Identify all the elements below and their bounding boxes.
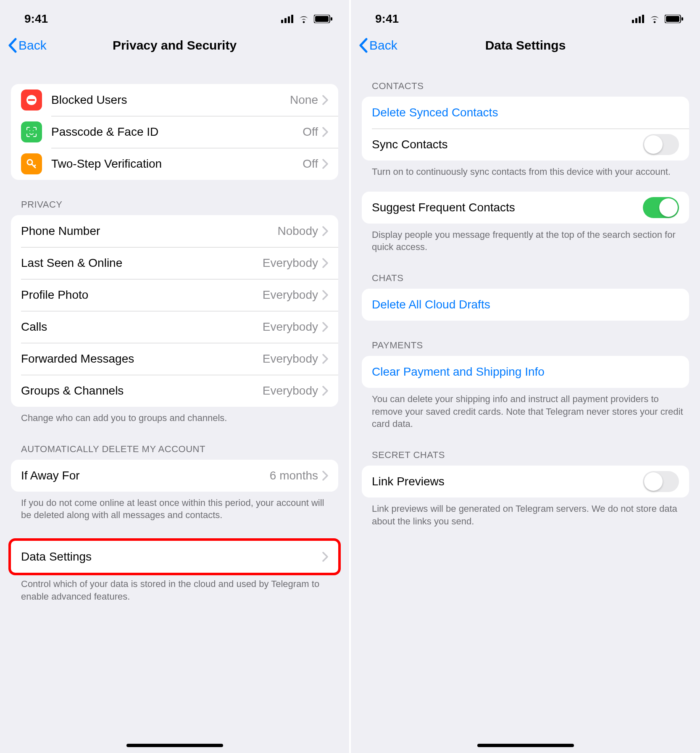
group-header: PRIVACY xyxy=(11,199,338,215)
row-delete-synced-contacts[interactable]: Delete Synced Contacts xyxy=(362,97,689,129)
row-data-settings[interactable]: Data Settings xyxy=(11,541,338,573)
chevron-right-icon xyxy=(322,127,328,137)
data-settings-group: Data Settings Control which of your data… xyxy=(0,541,349,603)
row-label: Forwarded Messages xyxy=(21,352,134,366)
cellular-icon xyxy=(632,15,645,23)
contacts-group: CONTACTS Delete Synced Contacts Sync Con… xyxy=(351,81,700,178)
svg-rect-8 xyxy=(28,99,35,101)
svg-rect-3 xyxy=(291,15,293,23)
back-button[interactable]: Back xyxy=(8,38,47,53)
chevron-right-icon xyxy=(322,354,328,364)
chevron-right-icon xyxy=(322,290,328,300)
row-label: Two-Step Verification xyxy=(51,157,162,171)
row-label: Delete Synced Contacts xyxy=(372,106,498,119)
group-header: SECRET CHATS xyxy=(362,450,689,466)
row-value: Everybody xyxy=(263,256,318,270)
suggest-toggle[interactable] xyxy=(643,197,679,218)
row-label: If Away For xyxy=(21,469,80,482)
back-button[interactable]: Back xyxy=(358,38,397,53)
sync-contacts-toggle[interactable] xyxy=(643,134,679,155)
row-delete-drafts[interactable]: Delete All Cloud Drafts xyxy=(362,289,689,321)
screen-privacy-security: 9:41 Back Privacy and Security xyxy=(0,0,350,753)
group-footer: Control which of your data is stored in … xyxy=(11,573,338,603)
row-value: None xyxy=(290,93,318,107)
row-sync-contacts[interactable]: Sync Contacts xyxy=(362,129,689,161)
privacy-group: PRIVACY Phone Number Nobody Last Seen & … xyxy=(0,199,349,424)
chevron-left-icon xyxy=(8,38,17,53)
page-title: Privacy and Security xyxy=(0,38,349,53)
group-footer: If you do not come online at least once … xyxy=(11,492,338,521)
cellular-icon xyxy=(281,15,294,23)
row-suggest-frequent[interactable]: Suggest Frequent Contacts xyxy=(362,192,689,224)
row-label: Link Previews xyxy=(372,475,445,488)
svg-rect-0 xyxy=(281,20,283,23)
row-passcode-faceid[interactable]: Passcode & Face ID Off xyxy=(11,116,338,148)
row-two-step[interactable]: Two-Step Verification Off xyxy=(11,148,338,180)
row-value: 6 months xyxy=(270,469,318,482)
battery-icon xyxy=(665,15,683,23)
row-forwarded-messages[interactable]: Forwarded Messages Everybody xyxy=(11,343,338,375)
status-icons xyxy=(281,15,332,23)
link-previews-toggle[interactable] xyxy=(643,471,679,492)
security-group: Blocked Users None Passcode & Face ID Of… xyxy=(0,84,349,180)
svg-rect-2 xyxy=(288,16,290,23)
status-time: 9:41 xyxy=(375,12,399,26)
home-indicator[interactable] xyxy=(477,744,574,747)
chevron-right-icon xyxy=(322,386,328,396)
secret-chats-group: SECRET CHATS Link Previews Link previews… xyxy=(351,450,700,527)
row-value: Everybody xyxy=(263,288,318,302)
group-footer: You can delete your shipping info and in… xyxy=(362,388,689,430)
row-phone-number[interactable]: Phone Number Nobody xyxy=(11,215,338,247)
row-value: Nobody xyxy=(277,224,318,238)
svg-rect-6 xyxy=(331,17,332,21)
back-label: Back xyxy=(369,38,397,53)
svg-rect-18 xyxy=(682,17,683,21)
svg-rect-12 xyxy=(632,20,634,23)
svg-rect-1 xyxy=(284,18,287,23)
status-time: 9:41 xyxy=(24,12,48,26)
group-header: CONTACTS xyxy=(362,81,689,97)
page-title: Data Settings xyxy=(351,38,700,53)
row-label: Profile Photo xyxy=(21,288,88,302)
svg-point-10 xyxy=(33,130,34,131)
group-footer: Turn on to continuously sync contacts fr… xyxy=(362,161,689,178)
row-value: Everybody xyxy=(263,320,318,334)
chevron-right-icon xyxy=(322,226,328,236)
back-label: Back xyxy=(18,38,47,53)
battery-icon xyxy=(314,15,332,23)
group-header: PAYMENTS xyxy=(362,340,689,356)
auto-delete-group: AUTOMATICALLY DELETE MY ACCOUNT If Away … xyxy=(0,444,349,521)
svg-rect-13 xyxy=(635,18,637,23)
payments-group: PAYMENTS Clear Payment and Shipping Info… xyxy=(351,340,700,430)
row-calls[interactable]: Calls Everybody xyxy=(11,311,338,343)
row-label: Groups & Channels xyxy=(21,384,124,398)
svg-point-9 xyxy=(29,130,30,131)
group-header: AUTOMATICALLY DELETE MY ACCOUNT xyxy=(11,444,338,460)
row-profile-photo[interactable]: Profile Photo Everybody xyxy=(11,279,338,311)
chevron-right-icon xyxy=(322,258,328,268)
status-bar: 9:41 xyxy=(351,0,700,30)
svg-rect-15 xyxy=(642,15,644,23)
row-if-away-for[interactable]: If Away For 6 months xyxy=(11,460,338,492)
faceid-icon xyxy=(21,121,42,142)
key-icon xyxy=(21,153,42,174)
chevron-right-icon xyxy=(322,95,328,105)
group-footer: Display people you message frequently at… xyxy=(362,224,689,253)
row-clear-payment[interactable]: Clear Payment and Shipping Info xyxy=(362,356,689,388)
row-groups-channels[interactable]: Groups & Channels Everybody xyxy=(11,375,338,407)
row-last-seen[interactable]: Last Seen & Online Everybody xyxy=(11,247,338,279)
row-blocked-users[interactable]: Blocked Users None xyxy=(11,84,338,116)
row-link-previews[interactable]: Link Previews xyxy=(362,466,689,498)
row-label: Blocked Users xyxy=(51,93,127,107)
row-label: Phone Number xyxy=(21,224,100,238)
row-value: Everybody xyxy=(263,352,318,366)
chevron-right-icon xyxy=(322,159,328,169)
home-indicator[interactable] xyxy=(126,744,223,747)
row-value: Off xyxy=(303,125,318,139)
row-value: Everybody xyxy=(263,384,318,398)
row-label: Clear Payment and Shipping Info xyxy=(372,365,545,379)
row-label: Sync Contacts xyxy=(372,138,448,151)
chevron-right-icon xyxy=(322,471,328,481)
svg-rect-17 xyxy=(666,16,679,22)
chevron-right-icon xyxy=(322,552,328,562)
